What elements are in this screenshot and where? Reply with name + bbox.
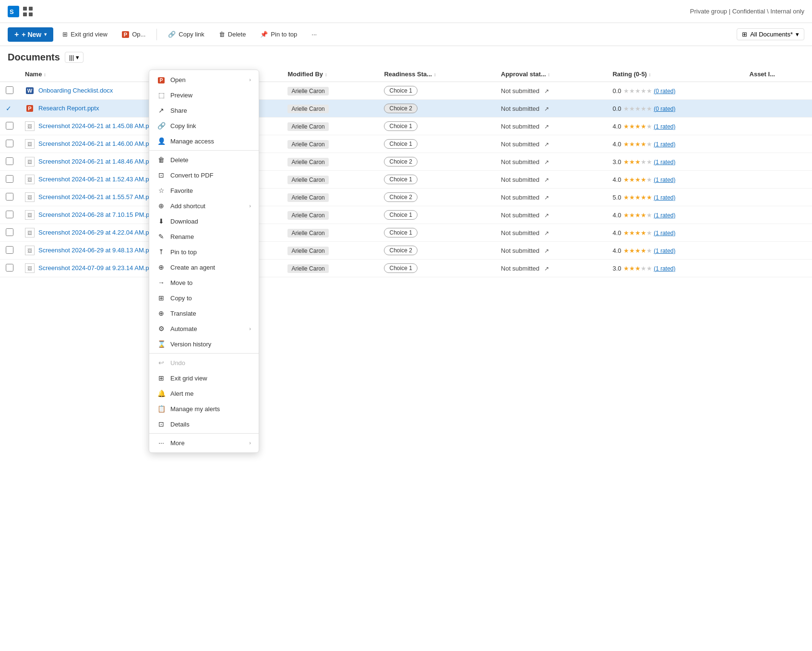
rating-link[interactable]: (1 rated) <box>654 212 675 219</box>
row-checkbox[interactable] <box>6 122 13 130</box>
copy-link-button[interactable]: 🔗 Copy link <box>163 28 209 40</box>
menu-item-version-history[interactable]: ⌛ Version history <box>149 336 259 352</box>
menu-item-create-agent[interactable]: ⊕ Create an agent <box>149 260 259 275</box>
file-name[interactable]: Screenshot 2024-06-21 at 1.52.43 AM.png <box>38 176 156 183</box>
row-checkbox[interactable] <box>6 157 13 165</box>
rating-link[interactable]: (1 rated) <box>654 177 675 183</box>
rating-link[interactable]: (1 rated) <box>654 248 675 254</box>
menu-item-open[interactable]: P Open › <box>149 72 259 87</box>
row-checkbox[interactable] <box>6 228 13 236</box>
header-asset[interactable]: Asset I... <box>744 67 812 82</box>
approval-external-link-icon[interactable]: ↗ <box>544 106 549 112</box>
view-toggle-button[interactable]: ||| ▾ <box>65 52 84 63</box>
rating-link[interactable]: (1 rated) <box>654 230 675 237</box>
header-readiness[interactable]: Readiness Sta... ↕ <box>378 67 495 82</box>
header-rating[interactable]: Rating (0-5) ↕ <box>607 67 743 82</box>
new-button[interactable]: + + New ▾ <box>8 27 53 42</box>
menu-item-convert-pdf[interactable]: ⊡ Convert to PDF <box>149 167 259 183</box>
more-options-button[interactable]: ··· <box>306 28 322 40</box>
table-row[interactable]: 🖼Screenshot 2024-06-21 at 1.46.00 AM.png… <box>0 135 812 153</box>
table-row[interactable]: 🖼Screenshot 2024-06-21 at 1.52.43 AM.png… <box>0 171 812 189</box>
menu-item-favorite[interactable]: ☆ Favorite <box>149 183 259 198</box>
rating-link[interactable]: (1 rated) <box>654 265 675 272</box>
header-approval[interactable]: Approval stat... ↕ <box>495 67 607 82</box>
rating-link[interactable]: (1 rated) <box>654 194 675 201</box>
menu-item-rename[interactable]: ✎ Rename <box>149 229 259 244</box>
file-name[interactable]: Screenshot 2024-06-21 at 1.55.57 AM.png <box>38 193 156 201</box>
table-row[interactable]: 🖼Screenshot 2024-06-28 at 7.10.15 PM.png… <box>0 206 812 224</box>
table-row[interactable]: ✓PResearch Report.pptxArielle CaronChoic… <box>0 100 812 118</box>
exit-grid-view-button[interactable]: ⊞ Exit grid view <box>57 28 113 40</box>
table-row[interactable]: 🖼Screenshot 2024-06-29 at 9.48.13 AM.png… <box>0 242 812 260</box>
apps-icon[interactable] <box>22 6 34 17</box>
approval-external-link-icon[interactable]: ↗ <box>544 88 549 95</box>
approval-external-link-icon[interactable]: ↗ <box>544 212 549 219</box>
approval-external-link-icon[interactable]: ↗ <box>544 248 549 254</box>
row-checkbox[interactable] <box>6 193 13 201</box>
approval-external-link-icon[interactable]: ↗ <box>544 230 549 237</box>
menu-item-copy-link[interactable]: 🔗 Copy link <box>149 118 259 133</box>
file-name[interactable]: Screenshot 2024-06-29 at 4.22.04 AM.png <box>38 229 156 236</box>
menu-item-automate[interactable]: ⚙ Automate › <box>149 321 259 336</box>
star-empty-icon: ★ <box>623 105 629 112</box>
rating-link[interactable]: (1 rated) <box>654 123 675 130</box>
table-row[interactable]: 🖼Screenshot 2024-06-21 at 1.48.46 AM.png… <box>0 153 812 171</box>
star-filled-icon: ★ <box>623 229 629 237</box>
table-row[interactable]: 🖼Screenshot 2024-06-29 at 4.22.04 AM.png… <box>0 224 812 242</box>
approval-external-link-icon[interactable]: ↗ <box>544 177 549 183</box>
menu-item-pin-to-top[interactable]: ⤒ Pin to top <box>149 244 259 260</box>
pin-to-top-button[interactable]: 📌 Pin to top <box>255 28 302 40</box>
menu-item-move-to[interactable]: → Move to <box>149 275 259 290</box>
menu-item-manage-access[interactable]: 👤 Manage access <box>149 133 259 149</box>
approval-external-link-icon[interactable]: ↗ <box>544 265 549 272</box>
all-documents-button[interactable]: ⊞ All Documents* ▾ <box>737 28 804 40</box>
menu-item-more[interactable]: ··· More › <box>149 435 259 450</box>
approval-external-link-icon[interactable]: ↗ <box>544 194 549 201</box>
star-filled-icon: ★ <box>629 194 635 201</box>
header-modified-by[interactable]: Modified By ↕ <box>282 67 378 82</box>
approval-external-link-icon[interactable]: ↗ <box>544 141 549 148</box>
open-button[interactable]: P Op... <box>117 28 151 40</box>
file-name[interactable]: Screenshot 2024-06-28 at 7.10.15 PM.png <box>38 211 156 218</box>
file-name[interactable]: Screenshot 2024-06-29 at 9.48.13 AM.png <box>38 247 156 254</box>
menu-item-preview[interactable]: ⬚ Preview <box>149 87 259 103</box>
file-name[interactable]: Research Report.pptx <box>38 105 99 112</box>
row-choice-cell: Choice 1 <box>378 135 495 153</box>
menu-item-exit-grid[interactable]: ⊞ Exit grid view <box>149 370 259 386</box>
rating-link[interactable]: (0 rated) <box>654 106 675 112</box>
row-checkbox[interactable] <box>6 246 13 254</box>
rating-link[interactable]: (0 rated) <box>654 88 675 95</box>
row-checkbox[interactable] <box>6 211 13 218</box>
file-name[interactable]: Screenshot 2024-07-09 at 9.23.14 AM.png <box>38 264 156 272</box>
star-empty-icon: ★ <box>646 123 652 130</box>
approval-external-link-icon[interactable]: ↗ <box>544 123 549 130</box>
table-row[interactable]: 🖼Screenshot 2024-06-21 at 1.55.57 AM.png… <box>0 189 812 206</box>
menu-item-alert-me[interactable]: 🔔 Alert me <box>149 386 259 401</box>
menu-item-details[interactable]: ⊡ Details <box>149 416 259 432</box>
row-checkbox[interactable] <box>6 86 13 94</box>
rating-link[interactable]: (1 rated) <box>654 141 675 148</box>
file-name[interactable]: Screenshot 2024-06-21 at 1.45.08 AM.png <box>38 122 156 130</box>
row-modified-by-cell: Arielle Caron <box>282 260 378 277</box>
row-rating-cell: 4.0★★★★★ (1 rated) <box>607 171 743 189</box>
file-name[interactable]: Onboarding Checklist.docx <box>38 87 113 94</box>
table-row[interactable]: 🖼Screenshot 2024-07-09 at 9.23.14 AM.png… <box>0 260 812 277</box>
row-checkbox[interactable] <box>6 175 13 183</box>
menu-item-download[interactable]: ⬇ Download <box>149 213 259 229</box>
menu-item-translate[interactable]: ⊕ Translate <box>149 306 259 321</box>
rating-link[interactable]: (1 rated) <box>654 159 675 166</box>
table-row[interactable]: 🖼Screenshot 2024-06-21 at 1.45.08 AM.png… <box>0 118 812 135</box>
row-checkbox[interactable] <box>6 140 13 147</box>
table-row[interactable]: WOnboarding Checklist.docxArielle CaronC… <box>0 82 812 100</box>
menu-item-manage-alerts[interactable]: 📋 Manage my alerts <box>149 401 259 416</box>
menu-item-copy-to[interactable]: ⊞ Copy to <box>149 290 259 306</box>
menu-item-add-shortcut[interactable]: ⊕ Add shortcut › <box>149 198 259 213</box>
row-checkbox[interactable] <box>6 264 13 272</box>
menu-item-share[interactable]: ↗ Share <box>149 103 259 118</box>
row-checkbox-cell <box>0 135 19 153</box>
file-name[interactable]: Screenshot 2024-06-21 at 1.48.46 AM.png <box>38 158 156 165</box>
file-name[interactable]: Screenshot 2024-06-21 at 1.46.00 AM.png <box>38 140 156 147</box>
delete-button[interactable]: 🗑 Delete <box>214 28 251 40</box>
approval-external-link-icon[interactable]: ↗ <box>544 159 549 166</box>
menu-item-delete[interactable]: 🗑 Delete <box>149 152 259 167</box>
